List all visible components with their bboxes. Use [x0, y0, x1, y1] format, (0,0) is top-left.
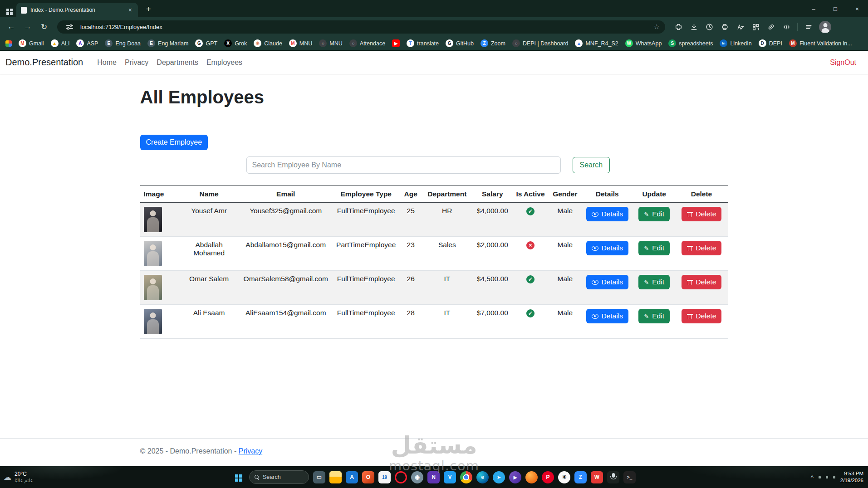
extensions-icon[interactable] [672, 20, 685, 34]
notion-app-icon[interactable]: N [427, 471, 440, 483]
bookmark-favicon: G [195, 39, 203, 47]
bookmark-item[interactable]: G GPT [195, 39, 217, 47]
taskbar-search[interactable]: Search [249, 470, 309, 484]
employee-department: IT [421, 305, 473, 339]
zoom-icon[interactable]: Z [574, 471, 587, 483]
edge-browser-icon[interactable]: e [476, 471, 489, 483]
delete-button[interactable]: Delete [682, 241, 722, 255]
bookmark-item[interactable]: ▲ ALI [51, 39, 70, 47]
bookmark-item[interactable]: ○ Attendace [349, 39, 385, 47]
tab-close-icon[interactable]: × [127, 6, 133, 14]
bookmark-item[interactable]: S spreadsheets [668, 39, 713, 47]
camera-app-icon[interactable]: ◉ [411, 471, 423, 483]
reload-button[interactable]: ↻ [37, 20, 51, 34]
print-icon[interactable] [718, 20, 731, 34]
nav-link[interactable]: Departments [152, 59, 202, 67]
bookmark-item[interactable]: X Grok [224, 39, 247, 47]
close-button[interactable]: × [846, 0, 868, 17]
history-icon[interactable] [702, 20, 716, 34]
bookmark-item[interactable]: E Eng Mariam [147, 39, 188, 47]
bookmark-item[interactable]: ○ DEPI | Dashboard [512, 39, 569, 47]
edit-button[interactable]: ✎ Edit [638, 309, 670, 323]
chatgpt-icon[interactable]: ✳ [558, 471, 570, 483]
bookmark-item[interactable]: D DEPI [759, 39, 782, 47]
browser-tab[interactable]: Index - Demo.Presentation × [16, 3, 138, 17]
site-brand[interactable]: Demo.Presentation [5, 57, 83, 68]
apps-grid-icon[interactable] [5, 40, 12, 47]
forward-button[interactable]: → [21, 20, 34, 34]
signout-link[interactable]: SignOut [830, 59, 863, 67]
bookmark-item[interactable]: W WhatsApp [625, 39, 662, 47]
terminal-icon[interactable]: >_ [623, 471, 636, 483]
bookmark-item[interactable]: T translate [407, 39, 439, 47]
nav-link[interactable]: Home [93, 59, 121, 67]
alarms-app-icon[interactable]: A [346, 471, 358, 483]
weather-widget[interactable]: ☁ 20°C غائم غالبًا [4, 466, 33, 488]
delete-button[interactable]: Delete [682, 309, 722, 323]
delete-button[interactable]: Delete [682, 207, 722, 221]
edit-button[interactable]: ✎ Edit [638, 241, 670, 255]
tray-icon[interactable] [833, 476, 835, 478]
qr-code-icon[interactable] [749, 20, 762, 34]
bookmark-star-icon[interactable]: ☆ [654, 23, 660, 31]
bookmark-item[interactable]: in LinkedIn [720, 39, 751, 47]
bookmark-item[interactable]: E Eng Doaa [105, 39, 141, 47]
bookmark-item[interactable]: ✳ Claude [254, 39, 282, 47]
start-button[interactable] [232, 471, 245, 483]
bookmark-item[interactable]: G GitHub [446, 39, 474, 47]
address-bar[interactable]: localhost:7129/Employee/Index ☆ [57, 20, 665, 34]
pinterest-icon[interactable]: P [542, 471, 554, 483]
bookmark-item[interactable]: A ASP [76, 39, 98, 47]
details-button[interactable]: Details [586, 241, 628, 255]
tray-chevron-icon[interactable]: ^ [811, 474, 814, 481]
nav-link[interactable]: Employees [202, 59, 246, 67]
taskbar-clock[interactable]: 9:53 PM 2/19/2026 [840, 470, 863, 484]
footer-privacy-link[interactable]: Privacy [239, 447, 262, 455]
link-icon[interactable] [764, 20, 778, 34]
bookmark-item[interactable]: ▶ [392, 39, 400, 47]
bookmark-item[interactable]: M Fluent Validation in... [789, 39, 852, 47]
profile-avatar[interactable] [819, 21, 831, 33]
telegram-icon[interactable]: ➤ [493, 471, 505, 483]
back-button[interactable]: ← [5, 20, 18, 34]
employee-search-input[interactable] [246, 156, 561, 174]
edit-button[interactable]: ✎ Edit [638, 207, 670, 221]
opera-browser-icon[interactable] [395, 471, 407, 483]
menu-lines-icon[interactable] [802, 20, 815, 34]
media-player-icon[interactable]: ▶ [509, 471, 521, 483]
details-button[interactable]: Details [586, 275, 628, 289]
file-explorer-icon[interactable] [329, 471, 342, 483]
downloads-icon[interactable] [687, 20, 701, 34]
maximize-button[interactable]: □ [824, 0, 846, 17]
edit-button[interactable]: ✎ Edit [638, 275, 670, 289]
orange-app-icon[interactable] [525, 471, 538, 483]
vscode-icon[interactable]: V [444, 471, 456, 483]
details-button[interactable]: Details [586, 309, 628, 323]
nav-link[interactable]: Privacy [121, 59, 152, 67]
tray-icon[interactable] [826, 476, 828, 478]
tab-grid-icon[interactable] [6, 9, 9, 11]
bookmark-item[interactable]: ○ MNU [319, 39, 342, 47]
chrome-icon[interactable] [460, 471, 472, 483]
employee-department: IT [421, 271, 473, 305]
translate-icon[interactable] [733, 20, 747, 34]
new-tab-button[interactable]: + [143, 5, 154, 14]
bookmark-item[interactable]: M Gmail [19, 39, 44, 47]
details-button[interactable]: Details [586, 207, 628, 221]
devtools-icon[interactable] [780, 20, 793, 34]
calendar-app-icon[interactable]: 19 [378, 471, 391, 483]
minimize-button[interactable]: – [803, 0, 824, 17]
bookmark-label: MNU [299, 40, 312, 47]
search-button[interactable]: Search [573, 157, 610, 173]
bookmark-item[interactable]: M MNU [289, 39, 312, 47]
tray-icon[interactable] [819, 476, 821, 478]
bookmark-item[interactable]: Z Zoom [481, 39, 505, 47]
create-employee-button[interactable]: Create Employee [140, 135, 208, 150]
site-settings-icon[interactable] [63, 20, 76, 34]
microphone-icon[interactable] [607, 471, 619, 483]
office-app-icon[interactable]: O [362, 471, 374, 483]
snipping-tool-icon[interactable]: ▭ [313, 471, 325, 483]
wps-office-icon[interactable]: W [591, 471, 603, 483]
delete-button[interactable]: Delete [682, 275, 722, 289]
bookmark-item[interactable]: ▲ MNF_R4_S2 [575, 39, 618, 47]
